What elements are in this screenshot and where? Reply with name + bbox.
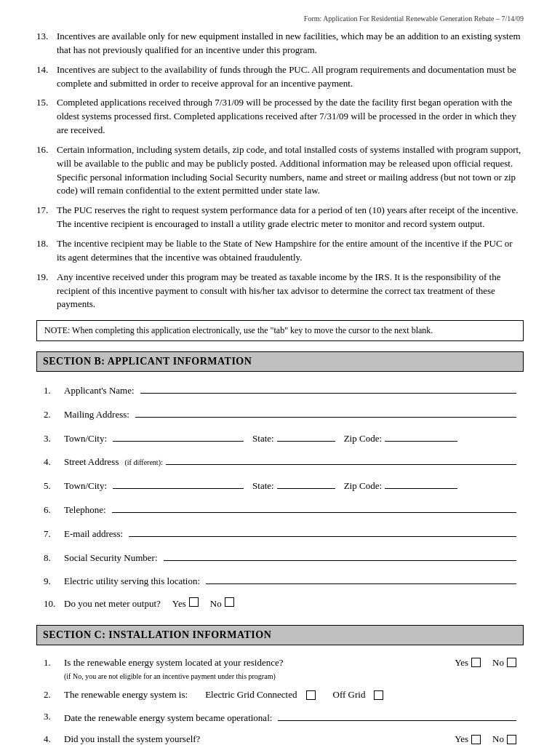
field-email: 7. E-mail address: [44,525,516,542]
list-item: 16. Certain information, including syste… [36,143,524,198]
sc-1-sublabel: (if No, you are not eligible for an ince… [64,671,516,682]
sc-3-date-input[interactable] [278,709,516,721]
form-title: Form: Application For Residential Renewa… [304,15,524,23]
zip-label-5: Zip Code: [344,479,382,494]
town-city-5-input[interactable] [113,477,244,489]
offgrid-checkbox[interactable] [374,690,383,700]
mailing-address-input[interactable] [135,406,516,418]
sc-1-no-checkbox[interactable] [507,658,516,667]
sc-field-3: 3. Date the renewable energy system beca… [44,709,516,725]
zip-label-3: Zip Code: [344,431,382,447]
state-3-input[interactable] [277,430,335,442]
sc-1-no-label: No [492,656,504,670]
field-net-meter: 10. Do you net meter output? Yes No [44,597,516,612]
note-text: NOTE: When completing this application e… [44,325,433,335]
field-mailing-address: 2. Mailing Address: [44,406,516,423]
field-electric-utility: 9. Electric utility serving this locatio… [44,573,516,589]
email-input[interactable] [129,525,516,537]
section-b-title: SECTION B: APPLICANT INFORMATION [43,356,252,367]
street-address-input[interactable] [166,453,516,465]
field-telephone: 6. Telephone: [44,501,516,518]
applicant-name-input[interactable] [140,382,516,394]
egc-checkbox[interactable] [306,690,316,700]
zip-3-input[interactable] [385,430,457,442]
list-item: 18. The incentive recipient may be liabl… [36,237,524,265]
sc-4-yes-label: Yes [455,732,468,745]
ssn-input[interactable] [164,549,516,561]
section-c-title: SECTION C: INSTALLATION INFORMATION [43,629,271,640]
list-item: 17. The PUC reserves the right to reques… [36,204,524,231]
terms-list: 13. Incentives are available only for ne… [36,30,524,311]
zip-5-input[interactable] [385,477,457,489]
offgrid-label: Off Grid [333,688,366,702]
sc-4-no-checkbox[interactable] [507,735,516,744]
note-box: NOTE: When completing this application e… [36,320,524,341]
state-label-5: State: [252,479,274,494]
sc-3-label: Date the renewable energy system became … [64,711,272,725]
sc-1-yes-label: Yes [455,656,468,670]
list-item: 19. Any incentive received under this pr… [36,271,524,312]
field-ssn: 8. Social Security Number: [44,549,516,566]
sc-4-no-label: No [492,732,504,745]
sc-field-2: 2. The renewable energy system is: Elect… [44,688,516,702]
town-city-3-input[interactable] [113,430,244,442]
net-meter-no-label: No [210,597,222,612]
net-meter-yes-checkbox[interactable] [189,597,199,607]
egc-label: Electric Grid Connected [205,688,297,702]
state-5-input[interactable] [277,477,335,489]
list-item: 13. Incentives are available only for ne… [36,30,524,57]
sc-1-label: Is the renewable energy system located a… [64,656,446,670]
section-b-header: SECTION B: APPLICANT INFORMATION [36,351,524,372]
field-town-city-5: 5. Town/City: State: Zip Code: [44,477,516,494]
sc-4-yes-checkbox[interactable] [471,735,481,744]
field-street-address: 4. Street Address (if different): [44,453,516,470]
net-meter-yes-label: Yes [172,597,186,612]
sc-field-4: 4. Did you install the system yourself? … [44,732,516,745]
list-item: 14. Incentives are subject to the availa… [36,63,524,91]
sc-2-label: The renewable energy system is: [64,688,188,702]
form-header: Form: Application For Residential Renewa… [36,15,524,23]
sc-4-label: Did you install the system yourself? [64,732,446,745]
section-b-fields: 1. Applicant's Name: 2. Mailing Address:… [36,382,524,612]
net-meter-no-checkbox[interactable] [225,597,234,607]
list-item: 15. Completed applications received thro… [36,96,524,138]
section-c-fields: 1. Is the renewable energy system locate… [36,656,524,745]
field-applicant-name: 1. Applicant's Name: [44,382,516,399]
telephone-input[interactable] [112,501,516,513]
electric-utility-input[interactable] [206,573,516,584]
section-c-header: SECTION C: INSTALLATION INFORMATION [36,625,524,645]
state-label-3: State: [252,431,274,447]
sc-field-1: 1. Is the renewable energy system locate… [44,656,516,682]
sc-1-yes-checkbox[interactable] [471,658,481,667]
field-town-city-3: 3. Town/City: State: Zip Code: [44,430,516,447]
